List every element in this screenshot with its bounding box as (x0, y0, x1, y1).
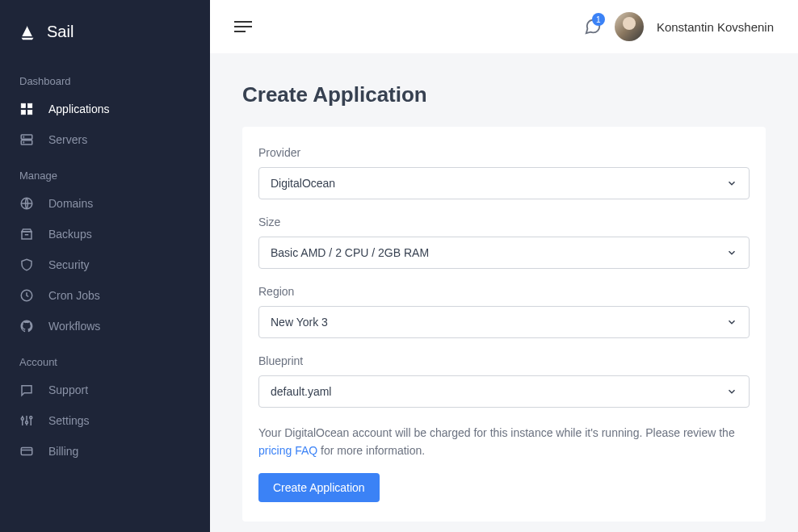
svg-point-7 (23, 142, 24, 143)
svg-point-15 (21, 417, 23, 420)
user-name[interactable]: Konstantin Kovshenin (657, 20, 774, 34)
sidebar-item-label: Domains (48, 197, 93, 210)
sidebar-item-label: Billing (48, 445, 78, 458)
svg-point-6 (23, 136, 24, 137)
provider-value: DigitalOcean (271, 177, 335, 190)
sidebar-item-label: Servers (48, 133, 87, 146)
avatar[interactable] (615, 12, 644, 41)
region-label: Region (258, 285, 750, 298)
notifications-button[interactable]: 1 (584, 18, 602, 36)
blueprint-group: Blueprint default.yaml (258, 354, 750, 408)
globe-icon (19, 196, 34, 211)
notification-badge: 1 (592, 13, 605, 26)
section-account: Account (0, 341, 210, 375)
sidebar-item-workflows[interactable]: Workflows (0, 311, 210, 341)
pricing-faq-link[interactable]: pricing FAQ (258, 444, 317, 457)
create-application-button[interactable]: Create Application (258, 473, 380, 502)
shield-icon (19, 258, 34, 272)
blueprint-value: default.yaml (271, 385, 331, 398)
sidebar-item-label: Workflows (48, 320, 100, 333)
sidebar-item-label: Security (48, 258, 90, 271)
blueprint-select[interactable]: default.yaml (258, 375, 750, 408)
form-card: Provider DigitalOcean Size Basic AMD / 2… (242, 127, 766, 522)
sail-icon (19, 24, 36, 40)
sidebar-item-label: Cron Jobs (48, 289, 100, 302)
sidebar-item-security[interactable]: Security (0, 249, 210, 280)
svg-rect-1 (28, 103, 32, 107)
apps-icon (19, 102, 34, 116)
sliders-icon (19, 413, 34, 428)
svg-rect-0 (21, 103, 25, 107)
chevron-down-icon (726, 386, 737, 397)
section-manage: Manage (0, 155, 210, 188)
logo[interactable]: Sail (0, 16, 210, 61)
topbar-right: 1 Konstantin Kovshenin (584, 12, 774, 41)
svg-rect-3 (28, 111, 32, 115)
blueprint-label: Blueprint (258, 354, 750, 367)
server-icon (19, 132, 34, 147)
region-select[interactable]: New York 3 (258, 306, 750, 338)
chat-icon (19, 383, 34, 397)
sidebar-item-backups[interactable]: Backups (0, 219, 210, 249)
card-icon (19, 444, 34, 459)
svg-point-16 (26, 421, 28, 424)
sidebar: Sail Dashboard Applications Servers Mana… (0, 0, 210, 532)
sidebar-item-settings[interactable]: Settings (0, 405, 210, 436)
size-value: Basic AMD / 2 CPU / 2GB RAM (271, 246, 429, 259)
section-dashboard: Dashboard (0, 61, 210, 94)
billing-notice: Your DigitalOcean account will be charge… (258, 424, 750, 460)
content: Create Application Provider DigitalOcean… (210, 53, 798, 532)
page-title: Create Application (242, 82, 766, 107)
github-icon (19, 319, 34, 333)
sidebar-item-label: Support (48, 383, 88, 396)
size-group: Size Basic AMD / 2 CPU / 2GB RAM (258, 216, 750, 269)
provider-label: Provider (258, 146, 750, 159)
sidebar-item-label: Applications (48, 103, 110, 115)
svg-rect-2 (21, 111, 25, 115)
topbar: 1 Konstantin Kovshenin (210, 0, 798, 53)
menu-toggle-icon[interactable] (234, 21, 252, 32)
main-area: 1 Konstantin Kovshenin Create Applicatio… (210, 0, 798, 532)
provider-select[interactable]: DigitalOcean (258, 167, 750, 199)
sidebar-item-cron-jobs[interactable]: Cron Jobs (0, 280, 210, 311)
provider-group: Provider DigitalOcean (258, 146, 750, 199)
chevron-down-icon (726, 178, 737, 189)
svg-rect-18 (21, 448, 32, 455)
sidebar-item-domains[interactable]: Domains (0, 188, 210, 219)
clock-icon (19, 288, 34, 303)
sidebar-item-label: Settings (48, 414, 90, 427)
archive-icon (19, 227, 34, 241)
sidebar-item-support[interactable]: Support (0, 375, 210, 405)
brand-name: Sail (47, 23, 74, 41)
region-value: New York 3 (271, 316, 328, 329)
sidebar-item-servers[interactable]: Servers (0, 124, 210, 155)
chevron-down-icon (726, 316, 737, 328)
size-label: Size (258, 216, 750, 228)
sidebar-item-applications[interactable]: Applications (0, 94, 210, 124)
sidebar-item-label: Backups (48, 228, 92, 241)
region-group: Region New York 3 (258, 285, 750, 338)
svg-point-17 (30, 417, 32, 419)
size-select[interactable]: Basic AMD / 2 CPU / 2GB RAM (258, 237, 750, 269)
chevron-down-icon (726, 247, 737, 258)
sidebar-item-billing[interactable]: Billing (0, 436, 210, 467)
